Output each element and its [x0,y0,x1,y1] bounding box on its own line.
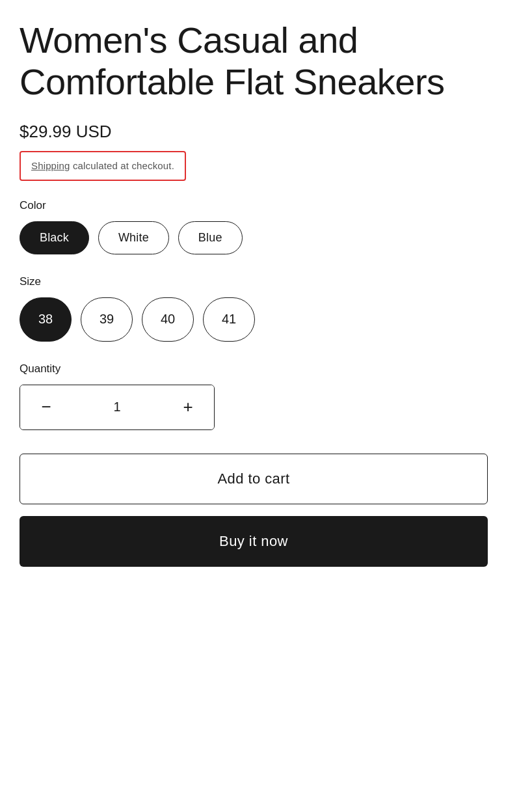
color-option-blue[interactable]: Blue [178,221,243,254]
color-option-white[interactable]: White [98,221,169,254]
size-options: 38 39 40 41 [20,297,512,342]
add-to-cart-button[interactable]: Add to cart [20,454,488,504]
quantity-decrease-button[interactable]: − [20,385,72,429]
shipping-box: Shipping calculated at checkout. [20,151,186,181]
quantity-increase-button[interactable]: + [162,385,214,429]
shipping-text: Shipping calculated at checkout. [31,160,174,171]
color-option-black[interactable]: Black [20,221,89,254]
quantity-control: − 1 + [20,385,215,430]
quantity-value: 1 [72,400,162,415]
size-option-41[interactable]: 41 [203,297,255,342]
shipping-rest: calculated at checkout. [73,160,174,171]
product-price: $29.99 USD [20,122,512,142]
color-options: Black White Blue [20,221,512,254]
size-option-40[interactable]: 40 [142,297,194,342]
size-option-38[interactable]: 38 [20,297,72,342]
buy-now-button[interactable]: Buy it now [20,516,488,567]
shipping-link[interactable]: Shipping [31,160,70,171]
size-label: Size [20,275,512,288]
size-option-39[interactable]: 39 [81,297,133,342]
product-title: Women's Casual and Comfortable Flat Snea… [20,20,512,103]
color-label: Color [20,199,512,212]
quantity-label: Quantity [20,362,512,375]
